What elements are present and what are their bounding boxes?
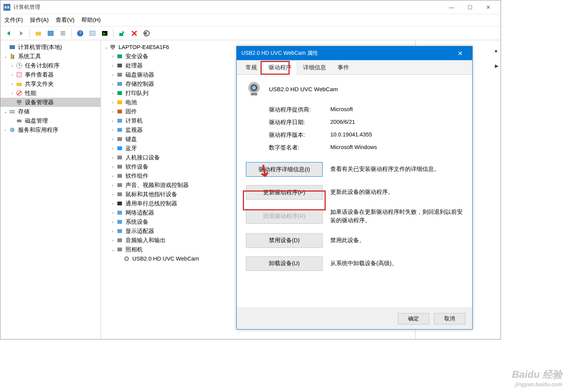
device-category-icon <box>116 209 124 216</box>
menu-file[interactable]: 文件(F) <box>4 16 23 24</box>
device-category-icon <box>116 62 124 69</box>
svg-rect-53 <box>117 229 122 233</box>
svg-rect-15 <box>119 33 123 36</box>
svg-rect-7 <box>61 31 65 32</box>
uninstall-desc: 从系统中卸载设备(高级)。 <box>330 259 463 268</box>
more-icon[interactable]: ▶ <box>495 63 498 69</box>
reload-icon[interactable] <box>142 28 152 38</box>
svg-marker-16 <box>122 31 125 33</box>
menubar: 文件(F) 操作(A) 查看(V) 帮助(H) <box>0 14 501 26</box>
scan-icon[interactable] <box>117 28 127 38</box>
ok-button[interactable]: 确定 <box>398 313 429 325</box>
tree-device-manager[interactable]: 设备管理器 <box>0 98 101 107</box>
svg-rect-45 <box>117 156 122 159</box>
device-category-label: 软件设备 <box>125 163 148 171</box>
device-category-label: 电池 <box>125 99 137 106</box>
device-category-icon <box>116 136 124 143</box>
label: 存储 <box>18 108 30 115</box>
row-uninstall: 卸载设备(U) 从系统中卸载设备(高级)。 <box>246 256 463 271</box>
svg-rect-49 <box>117 192 122 196</box>
list-icon[interactable] <box>58 28 68 38</box>
forward-button[interactable] <box>16 28 26 38</box>
device-category-icon <box>116 182 124 189</box>
delete-icon[interactable] <box>129 28 139 38</box>
minimize-button[interactable]: — <box>442 1 461 13</box>
dialog-titlebar: USB2.0 HD UVC WebCam 属性 ✕ <box>237 46 472 60</box>
svg-rect-6 <box>48 31 53 36</box>
annotation-tab-highlight <box>260 61 290 75</box>
device-category-icon <box>116 246 124 253</box>
device-category-label: 处理器 <box>125 62 143 69</box>
tree-disk-management[interactable]: 磁盘管理 <box>0 116 101 125</box>
update-driver-desc: 更新此设备的驱动程序。 <box>330 188 463 197</box>
help-icon[interactable]: ? <box>75 28 85 38</box>
label: 系统工具 <box>18 53 41 60</box>
svg-rect-44 <box>117 146 122 150</box>
device-category-icon <box>116 71 124 78</box>
tree-root[interactable]: 计算机管理(本地) <box>0 43 101 52</box>
disable-device-button[interactable]: 禁用设备(D) <box>246 233 323 248</box>
cancel-button[interactable]: 取消 <box>434 313 465 325</box>
device-header: USB2.0 HD UVC WebCam <box>246 81 463 97</box>
device-category-icon <box>116 200 124 207</box>
svg-rect-48 <box>117 183 122 187</box>
svg-rect-51 <box>117 211 122 215</box>
svg-point-60 <box>252 86 256 90</box>
tab-events[interactable]: 事件 <box>332 61 355 75</box>
left-tree-pane: 计算机管理(本地) ⌄系统工具 ›任务计划程序 ›事件查看器 ›共享文件夹 ›性… <box>0 40 101 339</box>
device-category-icon <box>116 163 124 170</box>
tree-shared-folders[interactable]: ›共享文件夹 <box>0 79 101 89</box>
menu-help[interactable]: 帮助(H) <box>81 16 101 24</box>
svg-rect-24 <box>16 83 22 86</box>
svg-rect-21 <box>13 55 14 59</box>
maximize-button[interactable]: ☐ <box>461 1 479 13</box>
svg-rect-36 <box>117 73 122 77</box>
device-category-icon <box>116 237 124 244</box>
label: USB2.0 HD UVC WebCam <box>132 256 199 262</box>
svg-point-31 <box>10 128 15 132</box>
svg-rect-37 <box>117 82 122 86</box>
close-button[interactable]: ✕ <box>479 1 498 13</box>
dialog-close-button[interactable]: ✕ <box>452 50 468 57</box>
device-category-label: 磁盘驱动器 <box>125 71 154 79</box>
svg-rect-9 <box>61 34 65 35</box>
view-detail-icon[interactable] <box>87 28 97 38</box>
uninstall-device-button[interactable]: 卸载设备(U) <box>246 256 323 271</box>
dialog-body: 常规 驱动程序 详细信息 事件 USB2.0 HD UVC WebCam 驱动程… <box>237 60 472 329</box>
back-button[interactable] <box>4 28 14 38</box>
device-category-label: 人机接口设备 <box>125 154 160 161</box>
svg-marker-4 <box>20 31 23 36</box>
dialog-title: USB2.0 HD UVC WebCam 属性 <box>241 50 452 57</box>
device-category-label: 软件组件 <box>125 172 148 180</box>
folder-icon[interactable] <box>33 28 43 38</box>
scroll-up-icon[interactable]: ▲ <box>494 48 498 53</box>
menu-view[interactable]: 查看(V) <box>56 16 74 24</box>
properties-icon[interactable] <box>46 28 56 38</box>
app-icon <box>3 4 10 11</box>
tree-services-apps[interactable]: ›服务和应用程序 <box>0 125 101 134</box>
console-icon[interactable]: ▶ <box>100 28 110 38</box>
tab-general[interactable]: 常规 <box>240 61 263 75</box>
svg-rect-42 <box>117 128 122 132</box>
svg-text:?: ? <box>79 31 82 36</box>
svg-rect-33 <box>112 48 114 49</box>
window-title: 计算机管理 <box>13 4 442 11</box>
tree-system-tools[interactable]: ⌄系统工具 <box>0 52 101 61</box>
svg-text:▶: ▶ <box>103 31 106 35</box>
svg-rect-2 <box>7 6 9 8</box>
svg-rect-23 <box>17 72 21 77</box>
tree-performance[interactable]: ›性能 <box>0 89 101 98</box>
tab-details[interactable]: 详细信息 <box>297 61 332 75</box>
tree-root-label: 计算机管理(本地) <box>18 44 62 51</box>
device-category-label: 鼠标和其他指针设备 <box>125 191 177 198</box>
svg-rect-30 <box>17 120 21 122</box>
menu-action[interactable]: 操作(A) <box>30 16 49 24</box>
tree-event-viewer[interactable]: ›事件查看器 <box>0 70 101 79</box>
tree-task-scheduler[interactable]: ›任务计划程序 <box>0 61 101 70</box>
watermark: Baidu 经验 jingyan.baidu.com <box>512 368 562 387</box>
svg-rect-40 <box>117 110 122 113</box>
device-category-icon <box>116 90 124 97</box>
disable-desc: 禁用此设备。 <box>330 236 463 245</box>
svg-rect-29 <box>10 112 15 113</box>
tree-storage[interactable]: ⌄存储 <box>0 107 101 116</box>
